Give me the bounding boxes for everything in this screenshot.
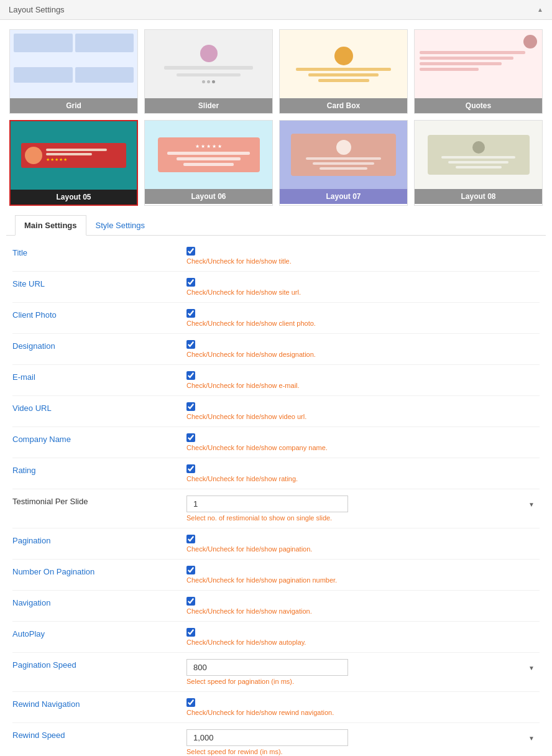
- setting-control-rewind_speed: 4006008001,0001200▼Select speed for rewi…: [186, 729, 540, 755]
- layout-slider-item[interactable]: Slider: [144, 29, 273, 114]
- setting-hint-video_url: Check/Uncheck for hide/show video url.: [186, 413, 540, 420]
- setting-row-email: E-mailCheck/Uncheck for hide/show e-mail…: [12, 366, 540, 394]
- setting-control-company_name: Check/Uncheck for hide/show company name…: [186, 433, 540, 451]
- setting-control-autoplay: Check/Uncheck for hide/show autoplay.: [186, 628, 540, 646]
- setting-hint-client_photo: Check/Uncheck for hide/show client photo…: [186, 320, 540, 327]
- setting-row-navigation: NavigationCheck/Uncheck for hide/show na…: [12, 592, 540, 620]
- setting-control-rating: Check/Uncheck for hide/show rating.: [186, 464, 540, 482]
- setting-row-number_on_pagination: Number On PaginationCheck/Uncheck for hi…: [12, 561, 540, 589]
- checkbox-number_on_pagination[interactable]: [186, 566, 195, 574]
- setting-label-rating: Rating: [12, 464, 186, 475]
- layout-label: Layout 08: [415, 189, 542, 204]
- setting-label-rewind_speed: Rewind Speed: [12, 729, 186, 740]
- tab-style-settings[interactable]: Style Settings: [86, 215, 155, 236]
- setting-row-designation: DesignationCheck/Uncheck for hide/show d…: [12, 335, 540, 363]
- tabs-bar: Main Settings Style Settings: [6, 215, 546, 236]
- setting-hint-site_url: Check/Uncheck for hide/show site url.: [186, 288, 540, 296]
- setting-label-video_url: Video URL: [12, 402, 186, 413]
- checkbox-designation[interactable]: [186, 340, 195, 349]
- select-pagination_speed[interactable]: 40060080010001200: [186, 659, 348, 676]
- setting-control-designation: Check/Uncheck for hide/show designation.: [186, 340, 540, 358]
- setting-row-title: TitleCheck/Uncheck for hide/show title.: [12, 242, 540, 270]
- setting-control-pagination: Check/Uncheck for hide/show pagination.: [186, 535, 540, 553]
- checkbox-client_photo[interactable]: [186, 309, 195, 318]
- checkbox-pagination[interactable]: [186, 535, 195, 543]
- setting-row-client_photo: Client PhotoCheck/Uncheck for hide/show …: [12, 304, 540, 332]
- setting-label-number_on_pagination: Number On Pagination: [12, 566, 186, 576]
- select-rewind_speed[interactable]: 4006008001,0001200: [186, 729, 348, 746]
- layout-cardbox-item[interactable]: Card Box: [279, 29, 408, 114]
- setting-label-pagination: Pagination: [12, 535, 186, 545]
- setting-label-testimonial_per_slide: Testimonial Per Slide: [12, 496, 186, 506]
- setting-hint-email: Check/Uncheck for hide/show e-mail.: [186, 382, 540, 389]
- checkbox-autoplay[interactable]: [186, 628, 195, 637]
- layout05-item[interactable]: ★★★★★ Layout 05: [9, 120, 138, 206]
- checkbox-video_url[interactable]: [186, 402, 195, 411]
- select-arrow-icon: ▼: [528, 664, 535, 671]
- select-arrow-icon: ▼: [528, 734, 535, 741]
- setting-row-testimonial_per_slide: Testimonial Per Slide1234▼Select no. of …: [12, 491, 540, 527]
- collapse-arrow[interactable]: ▲: [537, 6, 543, 13]
- checkbox-navigation[interactable]: [186, 597, 195, 606]
- setting-control-site_url: Check/Uncheck for hide/show site url.: [186, 278, 540, 296]
- setting-hint-number_on_pagination: Check/Uncheck for hide/show pagination n…: [186, 576, 540, 584]
- select-testimonial_per_slide[interactable]: 1234: [186, 496, 348, 512]
- checkbox-company_name[interactable]: [186, 433, 195, 442]
- setting-hint-rewind_navigation: Check/Uncheck for hide/show rewind navig…: [186, 709, 540, 716]
- setting-control-title: Check/Uncheck for hide/show title.: [186, 247, 540, 265]
- setting-row-rating: RatingCheck/Uncheck for hide/show rating…: [12, 459, 540, 487]
- setting-hint-rewind_speed: Select speed for rewind (in ms).: [186, 748, 540, 755]
- checkbox-rating[interactable]: [186, 464, 195, 473]
- setting-label-client_photo: Client Photo: [12, 309, 186, 320]
- setting-label-title: Title: [12, 247, 186, 257]
- setting-label-rewind_navigation: Rewind Navigation: [12, 698, 186, 709]
- setting-row-pagination_speed: Pagination Speed40060080010001200▼Select…: [12, 654, 540, 690]
- checkbox-rewind_navigation[interactable]: [186, 698, 195, 707]
- setting-label-designation: Designation: [12, 340, 186, 351]
- tab-main-settings[interactable]: Main Settings: [15, 215, 86, 236]
- setting-hint-designation: Check/Uncheck for hide/show designation.: [186, 351, 540, 358]
- setting-label-site_url: Site URL: [12, 278, 186, 288]
- layout06-item[interactable]: ★★★★★ Layout 06: [144, 120, 273, 206]
- setting-hint-title: Check/Uncheck for hide/show title.: [186, 257, 540, 265]
- select-wrapper-rewind_speed: 4006008001,0001200▼: [186, 729, 540, 746]
- layout-grid: Grid Slider Card Box: [0, 20, 552, 215]
- setting-label-autoplay: AutoPlay: [12, 628, 186, 638]
- checkbox-email[interactable]: [186, 371, 195, 380]
- layout-grid-item[interactable]: Grid: [9, 29, 138, 114]
- checkbox-title[interactable]: [186, 247, 195, 256]
- layout-label: Card Box: [280, 98, 407, 113]
- setting-control-rewind_navigation: Check/Uncheck for hide/show rewind navig…: [186, 698, 540, 716]
- checkbox-site_url[interactable]: [186, 278, 195, 287]
- layout-quotes-item[interactable]: Quotes: [414, 29, 543, 114]
- setting-hint-rating: Check/Uncheck for hide/show rating.: [186, 475, 540, 482]
- setting-hint-pagination_speed: Select speed for pagination (in ms).: [186, 678, 540, 685]
- setting-control-number_on_pagination: Check/Uncheck for hide/show pagination n…: [186, 566, 540, 584]
- page-header: Layout Settings ▲: [0, 0, 552, 20]
- layout-label: Slider: [145, 98, 272, 113]
- setting-hint-pagination: Check/Uncheck for hide/show pagination.: [186, 545, 540, 553]
- select-wrapper-pagination_speed: 40060080010001200▼: [186, 659, 540, 676]
- layout-label: Grid: [10, 98, 137, 113]
- setting-control-video_url: Check/Uncheck for hide/show video url.: [186, 402, 540, 420]
- layout-label: Layout 06: [145, 189, 272, 204]
- settings-form: TitleCheck/Uncheck for hide/show title.S…: [0, 236, 552, 756]
- setting-control-testimonial_per_slide: 1234▼Select no. of restimonial to show o…: [186, 496, 540, 522]
- setting-label-company_name: Company Name: [12, 433, 186, 444]
- select-arrow-icon: ▼: [528, 500, 535, 507]
- layout-label: Quotes: [415, 98, 542, 113]
- setting-row-pagination: PaginationCheck/Uncheck for hide/show pa…: [12, 530, 540, 558]
- setting-row-site_url: Site URLCheck/Uncheck for hide/show site…: [12, 273, 540, 301]
- layout08-item[interactable]: Layout 08: [414, 120, 543, 206]
- setting-control-pagination_speed: 40060080010001200▼Select speed for pagin…: [186, 659, 540, 685]
- setting-row-autoplay: AutoPlayCheck/Uncheck for hide/show auto…: [12, 623, 540, 651]
- setting-label-email: E-mail: [12, 371, 186, 382]
- setting-row-company_name: Company NameCheck/Uncheck for hide/show …: [12, 428, 540, 456]
- setting-row-rewind_navigation: Rewind NavigationCheck/Uncheck for hide/…: [12, 693, 540, 721]
- page-title: Layout Settings: [9, 5, 65, 14]
- setting-row-video_url: Video URLCheck/Uncheck for hide/show vid…: [12, 397, 540, 425]
- setting-control-email: Check/Uncheck for hide/show e-mail.: [186, 371, 540, 389]
- select-wrapper-testimonial_per_slide: 1234▼: [186, 496, 540, 512]
- setting-hint-testimonial_per_slide: Select no. of restimonial to show on sin…: [186, 514, 540, 522]
- layout07-item[interactable]: Layout 07: [279, 120, 408, 206]
